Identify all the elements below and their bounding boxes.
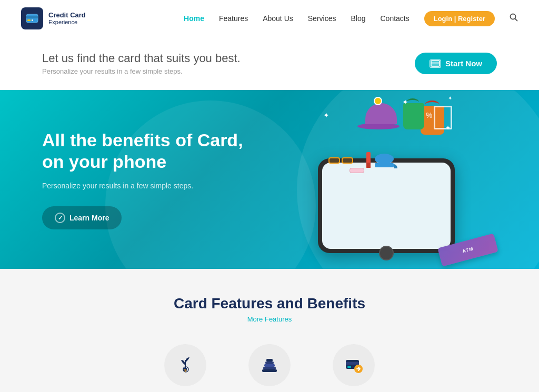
search-icon: [510, 13, 518, 22]
feature-item-3: [333, 344, 375, 386]
frame-decoration: [434, 106, 452, 129]
features-subtitle-link[interactable]: More Features: [42, 315, 497, 323]
svg-rect-9: [375, 163, 394, 167]
feature-circle-3: [333, 344, 375, 386]
lipstick-illustration: [366, 152, 371, 168]
svg-rect-21: [347, 366, 351, 368]
shopping-items: ✦ ✦ ✦ ✦: [318, 95, 455, 200]
top-banner-text: Let us find the card that suits you best…: [42, 52, 241, 75]
glasses-lens-left: [328, 157, 340, 164]
svg-rect-17: [265, 361, 274, 364]
nav-about[interactable]: About Us: [263, 14, 293, 23]
feature-item-2: [248, 344, 291, 386]
features-section: Card Features and Benefits More Features…: [0, 269, 539, 392]
svg-rect-2: [27, 19, 31, 21]
nav-blog[interactable]: Blog: [351, 14, 365, 23]
svg-text:$: $: [184, 368, 187, 373]
features-title: Card Features and Benefits: [42, 295, 497, 312]
nav-features[interactable]: Features: [219, 14, 248, 23]
svg-point-8: [375, 154, 394, 164]
learn-more-label: Learn More: [69, 214, 109, 222]
feature-circle-1: $: [164, 344, 206, 386]
hero-illustration: ATM: [286, 95, 507, 264]
hero-content: All the benefits of Card, on your phone …: [42, 129, 253, 230]
shopping-bag-green: [403, 103, 424, 129]
svg-rect-15: [263, 367, 276, 369]
hat-crown: [365, 103, 397, 124]
atm-label: ATM: [462, 246, 474, 254]
svg-rect-16: [264, 364, 275, 367]
svg-rect-20: [346, 362, 359, 365]
svg-rect-7: [431, 62, 440, 64]
glasses-illustration: [328, 157, 353, 164]
start-now-button[interactable]: Start Now: [415, 53, 497, 74]
feature-circle-2: [248, 344, 291, 386]
logo-line1: Credit Card: [48, 11, 86, 19]
top-banner: Let us find the card that suits you best…: [0, 37, 539, 90]
svg-line-5: [515, 19, 517, 21]
top-banner-main: Let us find the card that suits you best…: [42, 52, 241, 65]
nav-services[interactable]: Services: [308, 14, 336, 23]
login-register-button[interactable]: Login | Register: [424, 11, 495, 26]
hero-sub: Personalize your results in a few simple…: [42, 180, 253, 192]
top-banner-sub: Personalize your results in a few simple…: [42, 67, 241, 75]
nav-home[interactable]: Home: [184, 14, 204, 23]
header: Credit Card Experience Home Features Abo…: [0, 0, 539, 37]
phone-home-button: [379, 246, 394, 260]
logo-icon: [21, 7, 43, 29]
hero-section: All the benefits of Card, on your phone …: [0, 90, 539, 269]
nav-contacts[interactable]: Contacts: [380, 14, 409, 23]
svg-rect-14: [262, 369, 277, 372]
lipstick-cap: [366, 163, 371, 168]
heel-illustration: [375, 154, 398, 172]
logo: Credit Card Experience: [21, 7, 86, 29]
svg-rect-3: [32, 19, 33, 21]
start-now-label: Start Now: [445, 59, 482, 68]
features-icons-row: $: [42, 344, 497, 392]
hat-illustration: [360, 100, 397, 129]
compact-illustration: [350, 168, 364, 173]
svg-rect-1: [26, 16, 38, 18]
sparkle-2: ✦: [323, 111, 330, 119]
sparkle-3: ✦: [448, 95, 452, 101]
glasses-lens-right: [342, 157, 353, 164]
main-nav: Home Features About Us Services Blog Con…: [184, 11, 518, 26]
logo-line2: Experience: [48, 19, 86, 26]
svg-rect-18: [266, 359, 273, 361]
hat-flower: [374, 97, 382, 105]
card-icon: [430, 59, 441, 68]
hero-title: All the benefits of Card, on your phone: [42, 129, 253, 173]
logo-text: Credit Card Experience: [48, 11, 86, 26]
learn-more-button[interactable]: ✓ Learn More: [42, 206, 122, 229]
search-icon-button[interactable]: [510, 13, 518, 24]
check-circle-icon: ✓: [55, 213, 65, 223]
feature-item-1: $: [164, 344, 206, 386]
sparkle-1: ✦: [402, 98, 408, 106]
